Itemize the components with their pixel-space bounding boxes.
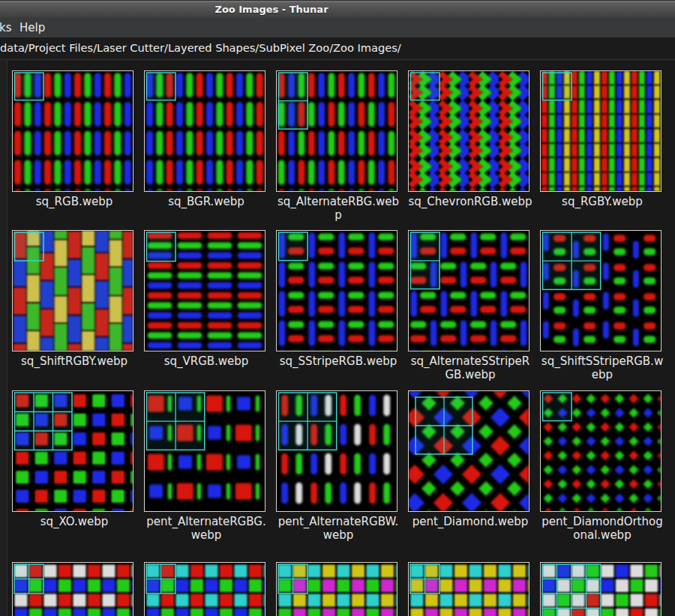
pathbar: data/Project Files/Laser Cutter/Layered … (0, 37, 675, 61)
thunar-window: Zoo Images - Thunar ks Help data/Project… (0, 0, 675, 616)
path-text: data/Project Files/Laser Cutter/Layered … (0, 41, 401, 54)
menu-help[interactable]: Help (20, 21, 45, 34)
title-text: Zoo Images - Thunar (0, 4, 543, 15)
menubar: ks Help (0, 19, 675, 37)
menu-bookmarks[interactable]: ks (0, 21, 12, 34)
side-pane-edge (0, 61, 8, 616)
titlebar: Zoo Images - Thunar (0, 0, 675, 19)
